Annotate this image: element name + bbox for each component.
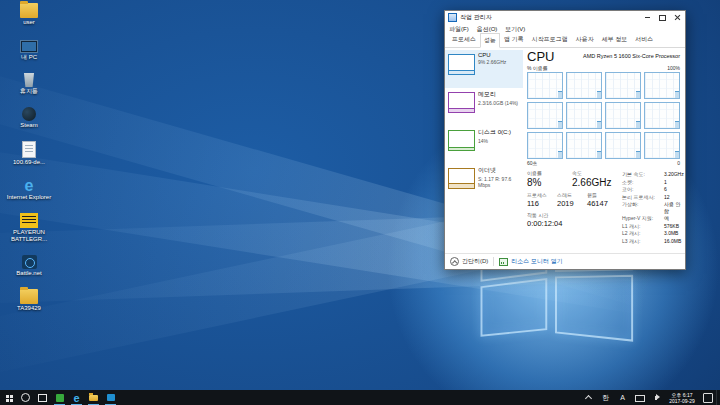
sidebar-item-memory[interactable]: 메모리 2.3/16.0GB (14%) [445,88,523,126]
action-center-icon [703,393,713,403]
uptime-value: 0:00:12:04 [527,219,617,228]
desktop-icon-label: Internet Explorer [4,194,54,201]
processor-name: AMD Ryzen 5 1600 Six-Core Processor [583,53,680,59]
ime-han-label: 한 [602,393,609,403]
threads-label: 스레드 [557,192,587,198]
taskbar: e 한 A 오후 6:17 2017-09-29 [0,390,720,405]
sidebar-item-name: 디스크 0(C:) [478,128,511,137]
taskbar-clock[interactable]: 오후 6:17 2017-09-29 [665,390,699,405]
footer-divider [493,257,494,266]
steam-icon [22,107,36,121]
desktop-icon-folder-ta39429[interactable]: TA39429 [2,289,56,312]
ie-e-glyph: e [20,178,38,193]
taskbar-app-store[interactable] [102,390,119,405]
sidebar-item-ethernet[interactable]: 이더넷 S: 1.17 R: 97.6 Mbps [445,164,523,202]
close-button[interactable] [670,11,685,24]
task-view-icon [38,394,47,402]
desktop-icon-file[interactable]: 100.69-de... [2,141,56,166]
volume-tray-button[interactable] [648,390,665,405]
cortana-search-button[interactable] [17,390,34,405]
desktop-icon-user[interactable]: user [2,3,56,26]
resource-monitor-icon [499,258,508,266]
speed-label: 속도 [572,170,617,176]
tab-startup[interactable]: 시작프로그램 [528,32,572,47]
tab-performance[interactable]: 성능 [480,33,500,48]
tab-users[interactable]: 사용자 [572,32,598,47]
show-desktop-button[interactable] [716,390,720,405]
cpu-core-graph [605,102,641,129]
tab-processes[interactable]: 프로세스 [448,32,480,47]
cpu-core-graph [644,132,680,159]
desktop-screen: user 내 PC 휴지통 Steam 100.69-de... e Inter… [0,0,720,405]
detail-l2-cache: L2 캐시:3.0MB [622,230,684,237]
desktop-icon-label: 100.69-de... [4,159,54,166]
start-button[interactable] [0,390,17,405]
resource-monitor-label: 리소스 모니터 열기 [511,257,562,266]
desktop-icon-steam[interactable]: Steam [2,107,56,129]
task-manager-window: 작업 관리자 파일(F) 옵션(O) 보기(V) 프로세스 성능 앱 기록 시작… [444,10,686,270]
tab-services[interactable]: 서비스 [631,32,657,47]
cpu-core-graph [566,132,602,159]
graph-label-100pct: 100% [667,65,680,71]
desktop-icon-label: Battle.net [4,270,54,277]
detail-sockets: 소켓:1 [622,179,684,186]
detail-cores: 코어:6 [622,186,684,193]
processes-value: 116 [527,199,557,208]
tab-details[interactable]: 세부 정보 [598,32,632,47]
chevron-up-icon [585,395,592,402]
cpu-core-graph [605,132,641,159]
speaker-icon [655,396,657,400]
desktop-icon-this-pc[interactable]: 내 PC [2,38,56,61]
computer-icon [20,40,38,53]
sidebar-item-detail: 14% [478,138,511,144]
green-app-icon [56,394,64,402]
desktop-icon-pubg[interactable]: PLAYERUN BATTLEGR... [2,213,56,243]
detail-l3-cache: L3 캐시:16.0MB [622,238,684,245]
cpu-core-graph [527,72,563,99]
desktop-icon-label: Steam [4,122,54,129]
action-center-button[interactable] [699,390,716,405]
pubg-icon [20,213,38,228]
store-icon [107,394,115,401]
desktop-icon-label: PLAYERUN BATTLEGR... [4,229,54,243]
battlenet-icon [22,255,37,269]
desktop-icon-recycle-bin[interactable]: 휴지통 [2,73,56,95]
minimize-icon [645,17,650,18]
cpu-core-graph [566,102,602,129]
graph-label-60s: 60초 [527,160,538,166]
cpu-heading: CPU [527,49,554,64]
cpu-core-graph [605,72,641,99]
taskbar-app-edge[interactable]: e [68,390,85,405]
tab-app-history[interactable]: 앱 기록 [500,32,528,47]
task-manager-icon [448,13,457,22]
file-explorer-icon [89,395,98,401]
taskbar-app-green[interactable] [51,390,68,405]
cpu-panel: CPU AMD Ryzen 5 1600 Six-Core Processor … [523,48,685,253]
sidebar-item-name: 메모리 [478,90,518,99]
desktop-icon-internet-explorer[interactable]: e Internet Explorer [2,178,56,201]
title-bar[interactable]: 작업 관리자 [445,11,685,24]
desktop-icon-label: 내 PC [4,54,54,61]
taskbar-app-file-explorer[interactable] [85,390,102,405]
network-tray-button[interactable] [631,390,648,405]
cpu-stats: 이용률 8% 속도 2.66GHz 프로세스 116 [527,170,680,253]
ime-han-indicator[interactable]: 한 [597,390,614,405]
folder-icon [20,3,38,18]
open-resource-monitor-link[interactable]: 리소스 모니터 열기 [499,257,562,266]
task-view-button[interactable] [34,390,51,405]
sidebar-item-cpu[interactable]: CPU 9% 2.66GHz [445,50,523,88]
tray-expand-button[interactable] [580,390,597,405]
ethernet-mini-graph [448,168,475,189]
cpu-core-graph [527,102,563,129]
logical-processor-graphs [527,72,680,159]
detail-l1-cache: L1 캐시:576KB [622,223,684,230]
minimize-button[interactable] [640,11,655,24]
ime-a-label: A [620,394,625,401]
memory-mini-graph [448,92,475,113]
ime-a-indicator[interactable]: A [614,390,631,405]
maximize-button[interactable] [655,11,670,24]
file-icon [22,141,36,158]
desktop-icon-battlenet[interactable]: Battle.net [2,255,56,277]
fewer-details-button[interactable]: 간단히(D) [450,257,488,266]
sidebar-item-disk0[interactable]: 디스크 0(C:) 14% [445,126,523,164]
